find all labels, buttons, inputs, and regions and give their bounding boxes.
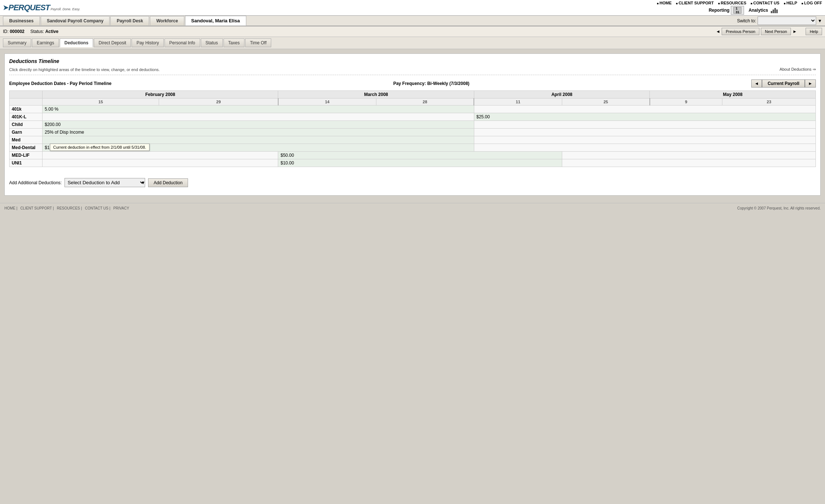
date-28: 28: [376, 99, 474, 105]
logo-arrow: ➤: [3, 4, 8, 12]
date-label-empty: [10, 99, 43, 105]
tab-deductions[interactable]: Deductions: [60, 38, 93, 47]
date-23: 23: [722, 99, 816, 105]
person-status: Status: Active: [30, 29, 59, 34]
footer-contact-link[interactable]: CONTACT US: [85, 206, 110, 210]
empty-401kl-left: [43, 113, 474, 121]
timeline-title: Deductions Timeline: [9, 58, 816, 64]
footer: HOME CLIENT SUPPORT RESOURCES CONTACT US…: [0, 203, 825, 213]
date-29: 29: [159, 99, 278, 105]
nav-tab-businesses[interactable]: Businesses: [3, 16, 40, 25]
contact-us-link[interactable]: CONTACT US: [751, 1, 779, 5]
log-off-link[interactable]: LOG OFF: [802, 1, 822, 5]
row-label-401kl: 401K-L: [10, 113, 43, 121]
resources-link[interactable]: RESOURCES: [718, 1, 747, 5]
content-panel: Deductions Timeline Click directly on hi…: [4, 53, 821, 196]
about-deductions-link[interactable]: About Deductions ⇒: [780, 67, 816, 72]
pay-freq-label: Pay Frequency:: [393, 81, 426, 86]
next-payroll-button[interactable]: ►: [805, 79, 816, 88]
table-row: 401K-L $25.00: [10, 113, 816, 121]
tab-earnings[interactable]: Earnings: [32, 38, 59, 47]
footer-resources-link[interactable]: RESOURCES: [57, 206, 82, 210]
prev-payroll-button[interactable]: ◄: [751, 79, 762, 88]
deduction-child[interactable]: $200.00: [43, 121, 474, 129]
analytics-label: Analytics: [748, 8, 768, 13]
row-label-med: Med: [10, 136, 43, 144]
home-link[interactable]: HOME: [657, 1, 671, 5]
nav-tab-workforce[interactable]: Workforce: [150, 16, 184, 25]
reporting-label: Reporting: [709, 8, 730, 13]
row-label-med-lif: MED-LIF: [10, 152, 43, 159]
tab-direct-deposit[interactable]: Direct Deposit: [94, 38, 131, 47]
logo-area: ➤ PERQUEST Payroll. Done. Easy.: [3, 3, 80, 12]
help-link[interactable]: HELP: [784, 1, 797, 5]
sub-nav: Summary Earnings Deductions Direct Depos…: [0, 37, 825, 49]
prev-person-button[interactable]: Previous Person: [722, 28, 759, 35]
footer-privacy-link[interactable]: PRIVACY: [113, 206, 129, 210]
next-person-button[interactable]: Next Person: [761, 28, 791, 35]
footer-home-link[interactable]: HOME: [4, 206, 17, 210]
prev-person-icon: ◄: [716, 29, 720, 34]
switch-to-select[interactable]: [758, 16, 816, 25]
table-row: UNI1 $10.00: [10, 159, 816, 167]
deduction-med[interactable]: Current deduction in effect from 2/1/08 …: [43, 136, 474, 144]
pay-freq-value: Bi-Weekly (7/3/2008): [427, 81, 469, 86]
timeline-table: February 2008 March 2008 April 2008 May …: [9, 90, 816, 167]
med-tooltip: Current deduction in effect from 2/1/08 …: [50, 144, 150, 151]
client-support-link[interactable]: CLIENT SUPPORT: [676, 1, 714, 5]
tab-status[interactable]: Status: [201, 38, 223, 47]
date-9: 9: [650, 99, 722, 105]
main-content: Deductions Timeline Click directly on hi…: [0, 49, 825, 200]
empty-uni1-right: [562, 159, 815, 167]
person-nav-buttons: ◄ Previous Person Next Person ► Help: [716, 28, 822, 35]
id-value: 000002: [10, 29, 25, 34]
row-label-med-dental: Med-Dental: [10, 144, 43, 152]
reporting-button[interactable]: 131: [731, 6, 744, 15]
nav-tab-sandoval-payroll[interactable]: Sandoval Payroll Company: [41, 16, 110, 25]
date-25: 25: [562, 99, 650, 105]
empty-med-lif-right: [562, 152, 815, 159]
tab-pay-history[interactable]: Pay History: [132, 38, 163, 47]
deduction-401k[interactable]: 5.00 %: [43, 105, 474, 113]
current-payroll-nav: ◄ Current Payroll ►: [751, 79, 816, 88]
month-feb: February 2008: [43, 91, 278, 99]
tab-taxes[interactable]: Taxes: [224, 38, 244, 47]
table-row: Garn 25% of Disp Income: [10, 129, 816, 136]
dropdown-arrow-icon: ▼: [818, 18, 822, 23]
analytics-icon: [771, 7, 778, 13]
date-11: 11: [474, 99, 562, 105]
timeline-help-text: Click directly on highlighted areas of t…: [9, 67, 160, 72]
empty-child: [474, 121, 815, 129]
footer-links: HOME CLIENT SUPPORT RESOURCES CONTACT US…: [4, 206, 129, 210]
status-label: Status:: [30, 29, 44, 34]
timeline-help-bar: Click directly on highlighted areas of t…: [9, 67, 816, 75]
nav-tab-payroll-desk[interactable]: Payroll Desk: [110, 16, 149, 25]
deduction-select[interactable]: Select Deduction to Add: [65, 178, 145, 187]
footer-client-support-link[interactable]: CLIENT SUPPORT: [20, 206, 54, 210]
pay-frequency: Pay Frequency: Bi-Weekly (7/3/2008): [393, 81, 469, 86]
deduction-uni1[interactable]: $10.00: [278, 159, 562, 167]
tab-personal-info[interactable]: Personal Info: [165, 38, 200, 47]
table-row: Child $200.00: [10, 121, 816, 129]
nav-tab-person[interactable]: Sandoval, Maria Elisa: [185, 16, 246, 26]
tab-time-off[interactable]: Time Off: [245, 38, 271, 47]
add-deduction-button[interactable]: Add Deduction: [148, 178, 188, 187]
help-button[interactable]: Help: [806, 28, 822, 35]
top-nav: HOME CLIENT SUPPORT RESOURCES CONTACT US…: [657, 1, 822, 5]
current-payroll-button[interactable]: Current Payroll: [762, 79, 805, 88]
table-row: Med Current deduction in effect from 2/1…: [10, 136, 816, 144]
empty-header: [10, 91, 43, 99]
month-apr: April 2008: [474, 91, 650, 99]
empty-med-dental: [474, 144, 815, 152]
month-may: May 2008: [650, 91, 816, 99]
deduction-401kl[interactable]: $25.00: [474, 113, 815, 121]
date-15: 15: [43, 99, 159, 105]
tab-summary[interactable]: Summary: [3, 38, 31, 47]
deduction-med-lif[interactable]: $50.00: [278, 152, 562, 159]
empty-med-lif-left: [43, 152, 278, 159]
deduction-garn[interactable]: 25% of Disp Income: [43, 129, 474, 136]
row-label-garn: Garn: [10, 129, 43, 136]
period-header: Employee Deduction Dates - Pay Period Ti…: [9, 79, 816, 88]
id-label: ID:: [3, 29, 8, 34]
table-row: 401k 5.00 %: [10, 105, 816, 113]
